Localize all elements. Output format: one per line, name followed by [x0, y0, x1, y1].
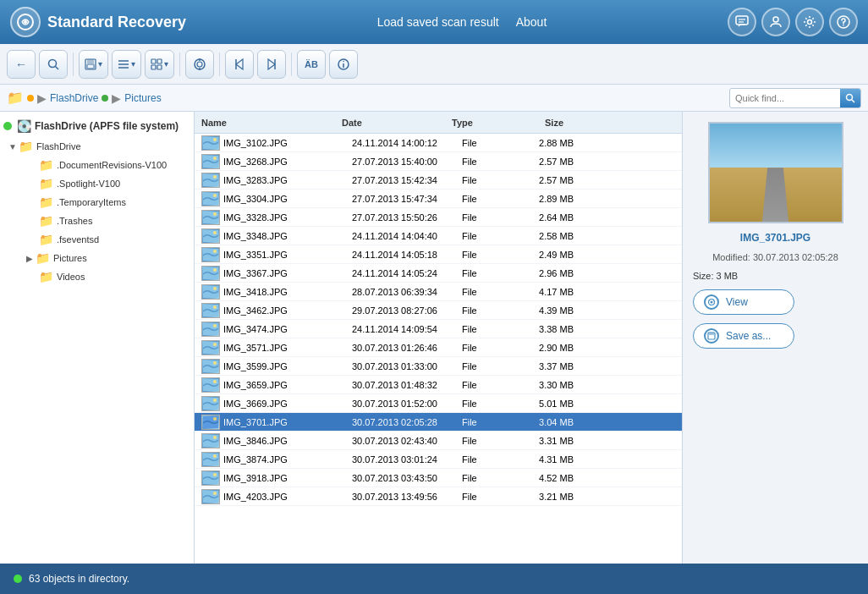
table-row[interactable]: IMG_3283.JPG 27.07.2013 15:42:34 File 2.…: [195, 171, 682, 190]
table-row[interactable]: IMG_3328.JPG 27.07.2013 15:50:26 File 2.…: [195, 208, 682, 227]
table-row[interactable]: IMG_3701.JPG 30.07.2013 02:05:28 File 3.…: [195, 413, 682, 432]
file-thumbnail: [201, 489, 220, 504]
table-row[interactable]: IMG_3474.JPG 24.11.2014 14:09:54 File 3.…: [195, 320, 682, 338]
file-name: IMG_3918.JPG: [223, 473, 349, 483]
svg-point-6: [808, 20, 812, 25]
rename-icon: ÄB: [305, 59, 318, 69]
tree-item-tempitems[interactable]: 📁 .TemporaryItems: [0, 193, 194, 212]
folder-icon-flashdrive: 📁: [19, 140, 33, 153]
help-button[interactable]: [829, 8, 858, 36]
svg-point-51: [213, 287, 217, 290]
view-button[interactable]: View: [693, 289, 794, 315]
chat-button[interactable]: [728, 8, 756, 36]
next-button[interactable]: [257, 50, 286, 79]
tree-label-fseventsd: .fseventsd: [57, 234, 99, 245]
file-type: File: [459, 399, 509, 409]
file-date: 30.07.2013 03:43:50: [349, 473, 459, 483]
svg-point-32: [847, 94, 853, 100]
tree-item-docrevisions[interactable]: 📁 .DocumentRevisions-V100: [0, 156, 194, 174]
app-logo: Standard Recovery: [10, 7, 196, 37]
folder-nav-icon[interactable]: 📁: [7, 90, 24, 106]
table-row[interactable]: IMG_3304.JPG 27.07.2013 15:47:34 File 2.…: [195, 190, 682, 208]
svg-rect-2: [736, 16, 748, 25]
file-name: IMG_3268.JPG: [223, 157, 349, 167]
table-row[interactable]: IMG_3846.JPG 30.07.2013 02:43:40 File 3.…: [195, 432, 682, 450]
file-size: 2.57 MB: [509, 157, 577, 167]
svg-point-43: [213, 212, 217, 216]
user-button[interactable]: [761, 8, 790, 36]
table-row[interactable]: IMG_3874.JPG 30.07.2013 03:01:24 File 4.…: [195, 450, 682, 469]
col-header-size[interactable]: Size: [499, 118, 567, 128]
table-row[interactable]: IMG_3659.JPG 30.07.2013 01:48:32 File 3.…: [195, 376, 682, 394]
about-link[interactable]: About: [516, 15, 547, 29]
expander-flashdrive[interactable]: ▼: [7, 140, 19, 152]
file-size: 3.30 MB: [509, 380, 577, 390]
svg-point-47: [213, 250, 217, 253]
header: Standard Recovery Load saved scan result…: [0, 0, 868, 44]
table-row[interactable]: IMG_3102.JPG 24.11.2014 14:00:12 File 2.…: [195, 134, 682, 152]
save-as-button[interactable]: Save as...: [693, 323, 794, 349]
save-as-btn-label: Save as...: [726, 330, 771, 342]
svg-point-39: [213, 175, 217, 179]
col-header-name[interactable]: Name: [195, 118, 338, 128]
preview-modified: Modified: 30.07.2013 02:05:28: [693, 252, 858, 262]
table-row[interactable]: IMG_3918.JPG 30.07.2013 03:43:50 File 4.…: [195, 469, 682, 487]
file-date: 27.07.2013 15:47:34: [349, 194, 459, 204]
search-button[interactable]: [39, 50, 68, 79]
file-name: IMG_4203.JPG: [223, 492, 349, 502]
info-button[interactable]: [329, 50, 358, 79]
quick-find-button[interactable]: [840, 88, 860, 108]
info-icon: [338, 58, 349, 70]
col-header-date[interactable]: Date: [338, 118, 448, 128]
tree-label-docrevisions: .DocumentRevisions-V100: [57, 160, 167, 170]
file-type: File: [459, 305, 509, 316]
list-dropdown-icon[interactable]: ▾: [131, 59, 135, 69]
table-row[interactable]: IMG_3268.JPG 27.07.2013 15:40:00 File 2.…: [195, 152, 682, 171]
tree-item-fseventsd[interactable]: 📁 .fseventsd: [0, 230, 194, 249]
folder-icon-docrevisions: 📁: [39, 158, 53, 172]
settings-button[interactable]: [795, 8, 824, 36]
tree-item-trashes[interactable]: 📁 .Trashes: [0, 212, 194, 230]
path-flashdrive[interactable]: FlashDrive: [50, 92, 98, 104]
table-row[interactable]: IMG_3599.JPG 30.07.2013 01:33:00 File 3.…: [195, 357, 682, 376]
file-thumbnail: [201, 377, 220, 393]
svg-point-9: [49, 59, 57, 67]
back-button[interactable]: ←: [7, 50, 36, 79]
table-row[interactable]: IMG_3367.JPG 24.11.2014 14:05:24 File 2.…: [195, 264, 682, 283]
tree-item-spotlight[interactable]: 📁 .Spotlight-V100: [0, 174, 194, 193]
tree-item-pictures[interactable]: ▶ 📁 Pictures: [0, 249, 194, 267]
file-thumbnail: [201, 191, 220, 206]
tree-item-flashdrive[interactable]: ▼ 📁 FlashDrive: [0, 137, 194, 156]
save-dropdown-icon[interactable]: ▾: [98, 59, 102, 69]
table-row[interactable]: IMG_3462.JPG 29.07.2013 08:27:06 File 4.…: [195, 301, 682, 320]
file-thumbnail: [201, 359, 220, 374]
next-icon: [266, 58, 277, 70]
svg-rect-12: [87, 59, 94, 63]
file-list-body[interactable]: IMG_3102.JPG 24.11.2014 14:00:12 File 2.…: [195, 134, 682, 564]
grid-dropdown-icon[interactable]: ▾: [164, 59, 168, 69]
grid-icon: [151, 58, 162, 70]
svg-point-45: [213, 231, 217, 234]
col-header-type[interactable]: Type: [448, 118, 499, 128]
tree-root-item[interactable]: 💽 FlashDrive (APFS file system): [0, 115, 194, 137]
rename-button[interactable]: ÄB: [297, 50, 326, 79]
load-scan-link[interactable]: Load saved scan result: [377, 15, 499, 29]
grid-view-button[interactable]: ▾: [145, 50, 174, 79]
file-type: File: [459, 287, 509, 297]
expander-pictures[interactable]: ▶: [24, 252, 36, 264]
file-date: 30.07.2013 01:33:00: [349, 361, 459, 371]
prev-button[interactable]: [225, 50, 254, 79]
table-row[interactable]: IMG_3418.JPG 28.07.2013 06:39:34 File 4.…: [195, 283, 682, 301]
table-row[interactable]: IMG_3571.JPG 30.07.2013 01:26:46 File 2.…: [195, 338, 682, 357]
path-pictures[interactable]: Pictures: [124, 92, 161, 104]
table-row[interactable]: IMG_4203.JPG 30.07.2013 13:49:56 File 3.…: [195, 487, 682, 506]
table-row[interactable]: IMG_3351.JPG 24.11.2014 14:05:18 File 2.…: [195, 245, 682, 264]
quick-find-input[interactable]: [730, 93, 840, 103]
table-row[interactable]: IMG_3669.JPG 30.07.2013 01:52:00 File 5.…: [195, 394, 682, 413]
save-button[interactable]: ▾: [79, 50, 108, 79]
scan-button[interactable]: [185, 50, 214, 79]
tree-item-videos[interactable]: 📁 Videos: [0, 267, 194, 286]
table-row[interactable]: IMG_3348.JPG 24.11.2014 14:04:40 File 2.…: [195, 227, 682, 245]
file-size: 3.37 MB: [509, 361, 577, 371]
list-view-button[interactable]: ▾: [112, 50, 141, 79]
